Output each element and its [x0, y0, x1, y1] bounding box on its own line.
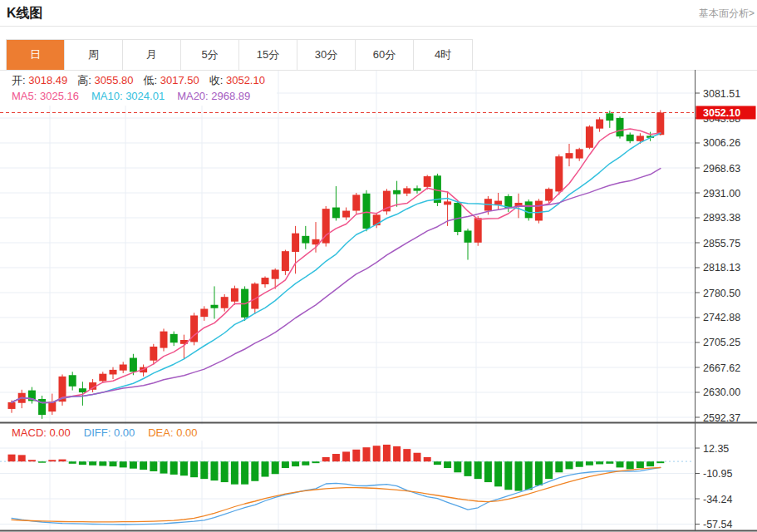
ohlc-ma-legend: 开: 3018.49高: 3055.80低: 3017.50收: 3052.10…	[0, 71, 277, 106]
candle	[525, 201, 533, 218]
macd-bar	[150, 461, 157, 471]
macd-bar	[403, 449, 410, 461]
macd-bar	[484, 461, 492, 482]
candle	[444, 201, 451, 204]
macd-bar	[89, 461, 96, 466]
ohlc-item: 开: 3018.49	[12, 74, 67, 86]
macd-bar	[434, 461, 441, 465]
page-title: K线图	[7, 5, 43, 22]
macd-bar	[535, 461, 543, 485]
candle	[555, 156, 563, 191]
macd-bar	[28, 460, 36, 461]
ohlc-item: 收: 3052.10	[209, 74, 265, 86]
macd-legend-item: DEA: 0.00	[148, 426, 197, 439]
candle	[637, 135, 644, 140]
macd-bar	[38, 461, 46, 463]
y-axis-label: -10.95	[703, 468, 732, 480]
y-axis-label: 2742.88	[703, 312, 740, 323]
macd-bar	[342, 451, 350, 461]
macd-bar	[525, 461, 533, 490]
macd-bar	[69, 461, 76, 464]
macd-bar	[596, 461, 603, 464]
current-price-tag-label: 3052.10	[703, 107, 740, 119]
candle	[627, 135, 634, 141]
tab-interval-3[interactable]: 5分	[181, 40, 239, 70]
candle	[617, 118, 624, 136]
macd-bar	[180, 461, 188, 475]
candle	[342, 211, 350, 218]
candle	[130, 358, 137, 372]
macd-bar	[120, 461, 127, 467]
candle	[545, 189, 553, 200]
ohlc-item: 高: 3055.80	[77, 74, 133, 86]
macd-bar	[241, 461, 248, 484]
macd-bar	[576, 461, 583, 467]
tab-interval-4[interactable]: 15分	[239, 40, 297, 70]
candle	[596, 120, 603, 129]
macd-bar	[190, 461, 198, 477]
macd-bar	[211, 461, 219, 480]
macd-bar	[262, 461, 269, 476]
macd-bar	[515, 461, 523, 490]
macd-bar	[18, 455, 26, 461]
tab-interval-1[interactable]: 周	[65, 40, 123, 70]
candle	[363, 194, 371, 229]
macd-bar	[494, 461, 502, 486]
macd-bar	[363, 447, 371, 461]
candle	[414, 188, 421, 190]
candle	[586, 126, 593, 148]
macd-bar	[130, 461, 137, 469]
candle	[606, 113, 613, 121]
macd-bar	[474, 461, 482, 479]
y-axis-label: -34.24	[703, 494, 732, 505]
candle	[494, 201, 502, 205]
macd-bar	[110, 461, 117, 466]
candle	[332, 208, 340, 219]
macd-bar	[200, 461, 208, 479]
candle	[292, 234, 299, 252]
macd-bar	[352, 450, 360, 461]
macd-bar	[160, 461, 168, 473]
candle	[352, 195, 360, 210]
tab-interval-7[interactable]: 4时	[414, 40, 472, 70]
candle	[566, 153, 573, 158]
y-axis-label: 2893.38	[703, 212, 740, 224]
macd-bar	[312, 461, 320, 463]
y-axis-label: 2780.50	[703, 288, 740, 299]
interval-tab-bar: 日周月5分15分30分60分4时	[6, 39, 473, 71]
macd-bar	[393, 446, 401, 461]
macd-bar	[332, 454, 340, 461]
tab-interval-0[interactable]: 日	[7, 40, 65, 70]
macd-legend: MACD: 0.00DIFF: 0.00DEA: 0.00	[0, 425, 219, 441]
macd-bar	[79, 461, 86, 465]
candle	[272, 269, 279, 278]
y-axis-label: -57.54	[703, 519, 732, 530]
macd-bar	[414, 453, 421, 461]
tab-interval-5[interactable]: 30分	[297, 40, 356, 70]
candle	[403, 188, 410, 193]
macd-bar	[8, 455, 16, 462]
title-divider	[0, 26, 757, 27]
fundamental-analysis-link[interactable]: 基本面分析>	[699, 7, 755, 21]
ohlc-item: 低: 3017.50	[143, 74, 199, 86]
macd-bar	[566, 461, 573, 469]
macd-bar	[545, 461, 553, 479]
candle	[576, 149, 583, 158]
candle	[474, 218, 482, 243]
y-axis-label: 2818.13	[703, 262, 740, 273]
ma-legend-row: MA5: 3025.16MA10: 3024.01MA20: 2968.89	[12, 88, 277, 104]
candle	[69, 375, 76, 387]
macd-bar	[454, 461, 461, 472]
macd-legend-item: DIFF: 0.00	[84, 426, 135, 439]
macd-bar	[383, 445, 391, 461]
macd-bar	[231, 461, 238, 484]
candle	[160, 332, 168, 348]
ohlc-legend-row: 开: 3018.49高: 3055.80低: 3017.50收: 3052.10	[12, 72, 277, 88]
tab-interval-2[interactable]: 月	[123, 40, 181, 70]
candle	[262, 278, 269, 284]
candle	[251, 283, 258, 308]
y-axis-label: 2855.75	[703, 238, 740, 249]
y-axis-label: 2968.63	[703, 163, 740, 175]
tab-interval-6[interactable]: 60分	[356, 40, 414, 70]
macd-bar	[282, 461, 289, 468]
